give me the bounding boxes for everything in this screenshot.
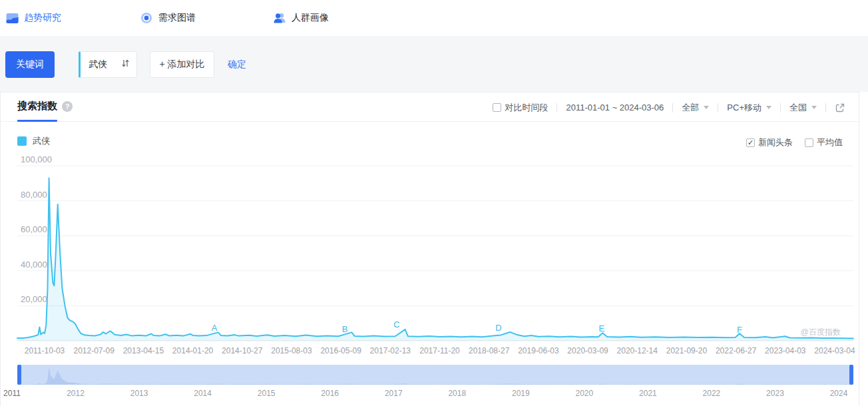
news-event-marker-D[interactable]: D [495,323,501,333]
nav-label: 需求图谱 [158,12,196,24]
x-axis-label: 2011-10-03 [25,346,65,355]
news-event-marker-C[interactable]: C [393,319,399,329]
keyword-input[interactable]: 武侠 [79,51,137,78]
search-index-chart[interactable]: 20,00040,00060,00080,000100,0002011-10-0… [1,93,859,406]
slider-handle-right[interactable] [849,365,853,385]
search-index-panel: 搜索指数 对比时间段 2011-01-01 ~ 2024-03-06 全部 [0,92,859,406]
x-axis-label: 2018-08-27 [469,346,509,355]
year-label: 2024 [830,389,848,398]
year-label: 2022 [703,389,721,398]
x-axis-label: 2024-03-04 [814,346,855,355]
x-axis-label: 2016-05-09 [320,346,361,355]
add-compare-button[interactable]: + 添加对比 [150,51,214,78]
chart-plot[interactable] [1,93,859,359]
x-axis-label: 2017-02-13 [370,346,411,355]
x-axis-label: 2015-08-03 [271,346,312,355]
bullseye-icon [140,11,153,25]
nav-label: 趋势研究 [24,12,61,24]
year-label: 2021 [639,389,657,398]
year-label: 2019 [512,389,530,398]
sort-arrows-icon[interactable] [121,59,130,71]
year-label: 2020 [576,389,594,398]
slider-handle-left[interactable] [17,365,21,385]
trend-chart-icon [5,11,19,25]
nav-demand-map[interactable]: 需求图谱 [140,11,196,25]
watermark: @百度指数 [801,327,841,338]
year-label: 2012 [67,389,85,398]
x-axis-label: 2014-10-27 [222,346,262,355]
keyword-bar: 关键词 武侠 + 添加对比 确定 [0,37,868,92]
year-label: 2017 [385,389,403,398]
year-label: 2015 [258,389,276,398]
year-label: 2014 [194,389,212,398]
x-axis-label: 2014-01-20 [172,346,213,355]
x-axis-label: 2020-03-09 [567,346,608,355]
y-axis-label: 40,000 [21,260,47,270]
slider-year-axis: 2011201220132014201520162017201820192020… [1,389,859,399]
x-axis-label: 2022-06-27 [716,346,756,355]
x-axis-label: 2021-09-20 [666,346,707,355]
news-event-marker-F[interactable]: F [737,325,742,335]
nav-label: 人群画像 [292,12,329,24]
x-axis-label: 2023-04-03 [765,346,805,355]
baidu-index-page: 趋势研究 需求图谱 人群画像 [0,0,868,406]
y-axis-label: 60,000 [21,224,47,234]
nav-crowd-portrait[interactable]: 人群画像 [273,11,329,25]
x-axis-label: 2013-04-15 [123,346,164,355]
y-axis-label: 100,000 [21,154,52,164]
top-nav: 趋势研究 需求图谱 人群画像 [0,0,868,37]
nav-trend-research[interactable]: 趋势研究 [5,11,61,25]
x-axis-label: 2020-12-14 [617,346,658,355]
year-label: 2018 [448,389,466,398]
news-event-marker-E[interactable]: E [599,323,605,333]
time-range-slider[interactable] [17,365,853,385]
y-axis-label: 20,000 [21,294,47,304]
confirm-link[interactable]: 确定 [228,59,246,71]
news-event-marker-B[interactable]: B [342,324,348,334]
x-axis-label: 2019-06-03 [518,346,558,355]
year-label: 2013 [130,389,148,398]
year-label: 2023 [766,389,784,398]
y-axis-label: 80,000 [21,190,47,200]
news-event-marker-A[interactable]: A [212,323,218,333]
year-label: 2016 [321,389,339,398]
x-axis-label: 2012-07-09 [73,346,114,355]
keyword-category-button[interactable]: 关键词 [5,51,55,78]
people-icon [273,11,286,25]
slider-data-shadow [17,365,853,385]
year-label: 2011 [3,389,21,398]
keyword-text: 武侠 [89,59,114,71]
x-axis-label: 2017-11-20 [419,346,460,355]
